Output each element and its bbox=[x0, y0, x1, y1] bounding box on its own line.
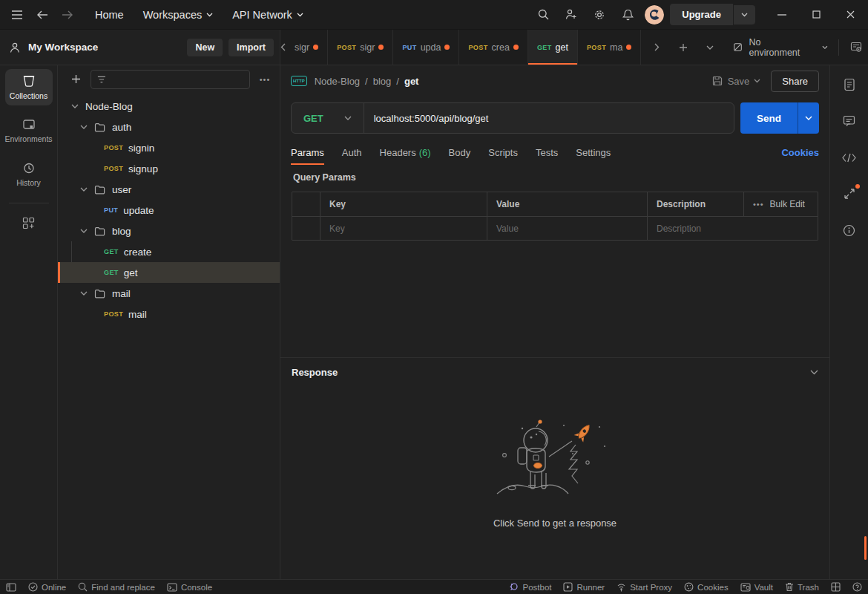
close-icon[interactable] bbox=[840, 4, 861, 25]
help-icon[interactable] bbox=[852, 582, 862, 592]
rail-item-history[interactable]: History bbox=[5, 156, 53, 192]
url-input[interactable] bbox=[364, 103, 734, 133]
code-snippet-icon[interactable] bbox=[838, 146, 861, 169]
request-tabs: Params Auth Headers (6) Body bbox=[280, 140, 829, 165]
tab-sigr-2[interactable]: POST sigr bbox=[328, 30, 393, 65]
more-options-icon[interactable]: ••• bbox=[256, 71, 274, 88]
tree-collection-node-blog[interactable]: Node-Blog bbox=[58, 96, 280, 117]
split-panel-icon[interactable] bbox=[831, 582, 841, 592]
tab-tests[interactable]: Tests bbox=[536, 140, 558, 165]
filter-input[interactable] bbox=[111, 74, 243, 85]
tab-ma[interactable]: POST ma bbox=[578, 30, 641, 65]
cookies-button[interactable]: Cookies bbox=[684, 582, 729, 592]
tree-folder-blog[interactable]: blog bbox=[58, 221, 280, 241]
tab-get-active[interactable]: GET get bbox=[528, 30, 578, 65]
proxy-icon bbox=[617, 582, 626, 592]
settings-gear-icon[interactable] bbox=[588, 4, 611, 26]
related-requests-icon[interactable] bbox=[838, 182, 861, 206]
row-select-cell[interactable] bbox=[292, 217, 320, 240]
tab-scripts[interactable]: Scripts bbox=[488, 140, 518, 165]
send-button[interactable]: Send bbox=[740, 102, 798, 134]
unsaved-dot bbox=[313, 45, 318, 50]
import-button[interactable]: Import bbox=[228, 39, 274, 56]
nav-home[interactable]: Home bbox=[95, 9, 124, 21]
tab-upda[interactable]: PUT upda bbox=[393, 30, 459, 65]
new-button[interactable]: New bbox=[187, 39, 223, 56]
tree-request-signup[interactable]: POST signup bbox=[58, 158, 280, 179]
info-icon[interactable] bbox=[838, 218, 861, 242]
scroll-tabs-left-icon[interactable] bbox=[280, 30, 286, 65]
unsaved-dot bbox=[444, 45, 450, 50]
upgrade-button[interactable]: Upgrade bbox=[670, 4, 733, 25]
maximize-icon[interactable] bbox=[806, 4, 826, 25]
notifications-bell-icon[interactable] bbox=[617, 4, 639, 26]
tree-request-create[interactable]: GET create bbox=[58, 241, 280, 262]
minimize-icon[interactable] bbox=[772, 4, 792, 25]
runner-button[interactable]: Runner bbox=[563, 582, 605, 592]
tab-options-chevron-icon[interactable] bbox=[697, 45, 723, 50]
save-options-chevron-icon[interactable] bbox=[749, 76, 765, 86]
online-status[interactable]: Online bbox=[28, 582, 66, 592]
tree-request-mail[interactable]: POST mail bbox=[58, 304, 280, 324]
console-button[interactable]: Console bbox=[167, 583, 212, 592]
param-description-input[interactable] bbox=[657, 223, 735, 234]
environment-quick-look-icon[interactable] bbox=[842, 42, 868, 53]
save-button[interactable]: Save bbox=[712, 76, 750, 87]
add-collection-icon[interactable] bbox=[67, 71, 85, 88]
tab-crea[interactable]: POST crea bbox=[459, 30, 527, 65]
rail-label: Collections bbox=[10, 91, 47, 100]
comments-icon[interactable] bbox=[838, 109, 861, 133]
avatar[interactable] bbox=[645, 5, 664, 25]
tree-request-update[interactable]: PUT update bbox=[58, 200, 280, 221]
nav-api-network[interactable]: API Network bbox=[232, 9, 303, 21]
param-value-input[interactable] bbox=[496, 223, 638, 234]
tree-folder-auth[interactable]: auth bbox=[58, 117, 280, 137]
tab-sigr-1[interactable]: sigr bbox=[286, 30, 328, 65]
send-options-chevron-icon[interactable] bbox=[798, 102, 819, 134]
toggle-sidebar-icon[interactable] bbox=[6, 583, 16, 592]
tab-headers[interactable]: Headers (6) bbox=[380, 140, 431, 165]
breadcrumb-folder[interactable]: blog bbox=[373, 76, 392, 87]
request-name: get bbox=[404, 76, 419, 87]
method-select[interactable]: GET bbox=[292, 103, 364, 133]
scroll-tabs-right-icon[interactable] bbox=[644, 43, 669, 51]
forward-icon[interactable] bbox=[56, 4, 79, 26]
tree-folder-user[interactable]: user bbox=[58, 179, 280, 200]
rail-item-collections[interactable]: Collections bbox=[5, 69, 53, 105]
cookies-link[interactable]: Cookies bbox=[781, 147, 819, 158]
breadcrumb-collection[interactable]: Node-Blog bbox=[315, 76, 360, 87]
back-icon[interactable] bbox=[31, 4, 53, 26]
hamburger-menu-icon[interactable] bbox=[6, 4, 28, 26]
workspace-header: My Workspace New Import bbox=[0, 30, 280, 65]
search-icon[interactable] bbox=[532, 4, 554, 26]
collapse-response-chevron-icon[interactable] bbox=[810, 370, 818, 375]
folder-icon bbox=[94, 185, 105, 195]
configure-sidebar-icon[interactable] bbox=[5, 214, 53, 232]
new-tab-icon[interactable] bbox=[671, 43, 696, 52]
rail-item-environments[interactable]: Environments bbox=[5, 113, 53, 148]
find-and-replace[interactable]: Find and replace bbox=[78, 582, 155, 592]
documentation-icon[interactable] bbox=[838, 73, 861, 97]
postbot-button[interactable]: Postbot bbox=[509, 582, 551, 592]
workspace-title[interactable]: My Workspace bbox=[28, 42, 181, 53]
nav-workspaces[interactable]: Workspaces bbox=[143, 9, 214, 21]
tab-body[interactable]: Body bbox=[449, 140, 471, 165]
share-button[interactable]: Share bbox=[771, 71, 819, 92]
tab-settings[interactable]: Settings bbox=[576, 140, 611, 165]
tab-auth[interactable]: Auth bbox=[342, 140, 362, 165]
bulk-edit-button[interactable]: ••• Bulk Edit bbox=[744, 192, 818, 216]
tree-request-signin[interactable]: POST signin bbox=[58, 137, 280, 158]
tree-folder-mail[interactable]: mail bbox=[58, 283, 280, 304]
tree-request-get[interactable]: GET get bbox=[58, 262, 280, 283]
scrollbar-thumb[interactable] bbox=[864, 536, 867, 560]
astronaut-rocket-illustration bbox=[496, 417, 614, 506]
param-key-input[interactable] bbox=[329, 223, 478, 234]
unsaved-dot bbox=[626, 45, 631, 50]
environment-selector[interactable]: No environment bbox=[726, 37, 835, 58]
upgrade-dropdown-icon[interactable] bbox=[733, 5, 755, 25]
invite-user-icon[interactable] bbox=[560, 4, 582, 26]
vault-button[interactable]: Vault bbox=[740, 583, 773, 592]
tab-params[interactable]: Params bbox=[291, 140, 324, 165]
trash-button[interactable]: Trash bbox=[785, 582, 819, 592]
start-proxy-button[interactable]: Start Proxy bbox=[617, 582, 672, 592]
